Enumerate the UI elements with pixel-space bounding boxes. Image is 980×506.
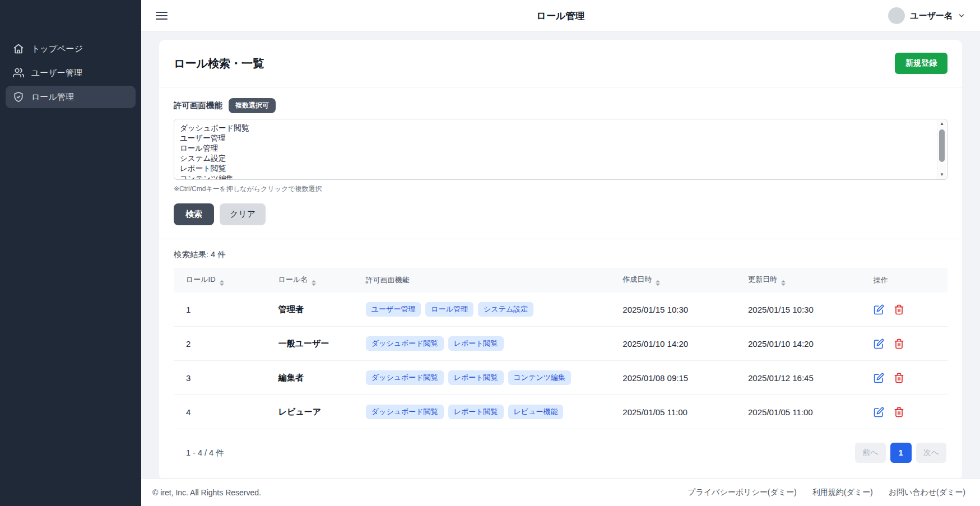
table-row: 1管理者ユーザー管理ロール管理システム設定2025/01/15 10:30202… bbox=[174, 293, 948, 327]
home-icon bbox=[13, 43, 24, 54]
created-at-cell: 2025/01/05 11:00 bbox=[617, 395, 742, 429]
listbox-scrollbar[interactable]: ▲ ▼ bbox=[937, 120, 946, 179]
permission-badge: ユーザー管理 bbox=[366, 302, 421, 317]
delete-button[interactable] bbox=[894, 373, 904, 383]
column-label: 許可画面機能 bbox=[366, 276, 410, 284]
avatar bbox=[888, 7, 905, 24]
sort-icon bbox=[656, 280, 660, 286]
sort-icon bbox=[220, 280, 224, 286]
page-title: ロール管理 bbox=[537, 10, 585, 22]
multi-select-badge: 複数選択可 bbox=[229, 98, 276, 113]
permission-badge: レポート閲覧 bbox=[448, 405, 504, 419]
listbox-option[interactable]: ロール管理 bbox=[180, 143, 932, 154]
edit-button[interactable] bbox=[874, 373, 884, 383]
delete-button[interactable] bbox=[894, 407, 904, 417]
edit-button[interactable] bbox=[874, 407, 884, 417]
search-button[interactable]: 検索 bbox=[174, 203, 214, 225]
actions-cell bbox=[868, 361, 948, 395]
role-search-card: ロール検索・一覧 新規登録 許可画面機能 複数選択可 ダッシュボード閲覧ユーザー… bbox=[159, 40, 962, 478]
created-at-cell: 2025/01/08 09:15 bbox=[617, 361, 742, 395]
delete-button[interactable] bbox=[894, 304, 904, 315]
listbox-option[interactable]: レポート閲覧 bbox=[180, 164, 932, 174]
card-header: ロール検索・一覧 新規登録 bbox=[159, 40, 962, 87]
actions-cell bbox=[868, 327, 948, 361]
delete-button[interactable] bbox=[894, 338, 904, 349]
prev-page-button[interactable]: 前へ bbox=[855, 443, 885, 463]
column-header-created-at[interactable]: 作成日時 bbox=[617, 268, 742, 293]
updated-at-cell: 2025/01/05 11:00 bbox=[742, 395, 868, 429]
permissions-listbox-options: ダッシュボード閲覧ユーザー管理ロール管理システム設定レポート閲覧コンテンツ編集 bbox=[174, 119, 947, 180]
sort-icon bbox=[781, 280, 786, 286]
sidebar-item-user-management[interactable]: ユーザー管理 bbox=[6, 62, 136, 84]
sidebar: トップページユーザー管理ロール管理 bbox=[0, 0, 141, 506]
created-at-cell: 2025/01/10 14:20 bbox=[617, 327, 742, 361]
updated-at-cell: 2025/01/15 10:30 bbox=[742, 293, 868, 327]
current-page-button[interactable]: 1 bbox=[890, 443, 912, 463]
role-id-cell: 1 bbox=[174, 293, 273, 327]
listbox-option[interactable]: システム設定 bbox=[180, 154, 932, 164]
chevron-down-icon bbox=[958, 12, 965, 20]
permissions-field-label: 許可画面機能 bbox=[174, 100, 222, 111]
clear-button[interactable]: クリア bbox=[220, 203, 266, 225]
results-section: 検索結果: 4 件 ロールIDロール名許可画面機能作成日時更新日時操作 1管理者… bbox=[159, 239, 962, 478]
footer-link-1[interactable]: 利用規約(ダミー) bbox=[812, 488, 873, 498]
next-page-button[interactable]: 次へ bbox=[916, 443, 946, 463]
user-menu[interactable]: ユーザー名 bbox=[888, 7, 965, 24]
table-row: 4レビューアダッシュボード閲覧レポート閲覧レビュー機能2025/01/05 11… bbox=[174, 395, 948, 429]
column-header-role-id[interactable]: ロールID bbox=[174, 268, 273, 293]
table-row: 2一般ユーザーダッシュボード閲覧レポート閲覧2025/01/10 14:2020… bbox=[174, 327, 948, 361]
column-header-permissions: 許可画面機能 bbox=[360, 268, 617, 293]
column-label: 作成日時 bbox=[623, 275, 652, 284]
sidebar-item-label: トップページ bbox=[31, 44, 83, 54]
shield-check-icon bbox=[13, 91, 24, 103]
column-label: ロールID bbox=[186, 275, 216, 284]
permissions-cell: ダッシュボード閲覧レポート閲覧 bbox=[360, 327, 617, 361]
multi-select-hint: ※Ctrl/Cmdキーを押しながらクリックで複数選択 bbox=[174, 184, 948, 194]
column-label: ロール名 bbox=[278, 275, 308, 284]
sidebar-nav: トップページユーザー管理ロール管理 bbox=[0, 38, 141, 108]
scroll-up-icon[interactable]: ▲ bbox=[940, 122, 944, 126]
permissions-cell: ダッシュボード閲覧レポート閲覧コンテンツ編集 bbox=[360, 361, 617, 395]
permission-badge: システム設定 bbox=[478, 302, 533, 317]
permission-badge: ダッシュボード閲覧 bbox=[366, 405, 444, 419]
permission-badge: レポート閲覧 bbox=[448, 370, 504, 385]
actions-cell bbox=[868, 293, 948, 327]
created-at-cell: 2025/01/15 10:30 bbox=[617, 293, 742, 327]
updated-at-cell: 2025/01/12 16:45 bbox=[742, 361, 868, 395]
sidebar-item-label: ロール管理 bbox=[31, 92, 74, 103]
permission-badge: レポート閲覧 bbox=[448, 336, 504, 351]
table-row: 3編集者ダッシュボード閲覧レポート閲覧コンテンツ編集2025/01/08 09:… bbox=[174, 361, 948, 395]
role-name-cell: 編集者 bbox=[273, 361, 360, 395]
listbox-option[interactable]: ユーザー管理 bbox=[180, 133, 932, 143]
column-header-updated-at[interactable]: 更新日時 bbox=[742, 268, 868, 293]
search-section: 許可画面機能 複数選択可 ダッシュボード閲覧ユーザー管理ロール管理システム設定レ… bbox=[159, 87, 962, 239]
edit-button[interactable] bbox=[874, 304, 884, 315]
table-footer: 1 - 4 / 4 件 前へ 1 次へ bbox=[174, 429, 948, 468]
permissions-listbox[interactable]: ダッシュボード閲覧ユーザー管理ロール管理システム設定レポート閲覧コンテンツ編集 … bbox=[174, 119, 948, 180]
column-header-role-name[interactable]: ロール名 bbox=[273, 268, 360, 293]
sidebar-item-top-page[interactable]: トップページ bbox=[6, 38, 136, 60]
footer-link-0[interactable]: プライバシーポリシー(ダミー) bbox=[688, 488, 797, 498]
users-icon bbox=[13, 67, 24, 78]
scrollbar-thumb[interactable] bbox=[939, 129, 945, 162]
menu-toggle-button[interactable] bbox=[156, 12, 168, 20]
card-title: ロール検索・一覧 bbox=[174, 56, 264, 71]
sidebar-item-role-management[interactable]: ロール管理 bbox=[6, 86, 136, 108]
role-name-cell: 一般ユーザー bbox=[273, 327, 360, 361]
edit-button[interactable] bbox=[874, 338, 884, 349]
results-table-head-row: ロールIDロール名許可画面機能作成日時更新日時操作 bbox=[174, 268, 948, 293]
scroll-down-icon[interactable]: ▼ bbox=[940, 173, 944, 177]
role-id-cell: 3 bbox=[174, 361, 273, 395]
new-registration-button[interactable]: 新規登録 bbox=[895, 53, 948, 74]
sidebar-item-label: ユーザー管理 bbox=[31, 68, 82, 78]
permission-badge: レビュー機能 bbox=[508, 405, 564, 419]
footer-link-2[interactable]: お問い合わせ(ダミー) bbox=[889, 488, 965, 498]
actions-cell bbox=[868, 395, 948, 429]
column-label: 操作 bbox=[874, 276, 888, 284]
app: トップページユーザー管理ロール管理 ロール管理 ユーザー名 ロール検索・一覧 新 bbox=[0, 0, 980, 506]
listbox-option[interactable]: コンテンツ編集 bbox=[180, 174, 932, 180]
listbox-option[interactable]: ダッシュボード閲覧 bbox=[180, 123, 932, 133]
results-table-body: 1管理者ユーザー管理ロール管理システム設定2025/01/15 10:30202… bbox=[174, 293, 948, 429]
footer: © iret, Inc. All Rights Reserved. プライバシー… bbox=[141, 478, 980, 506]
permission-badge: ロール管理 bbox=[425, 302, 473, 317]
